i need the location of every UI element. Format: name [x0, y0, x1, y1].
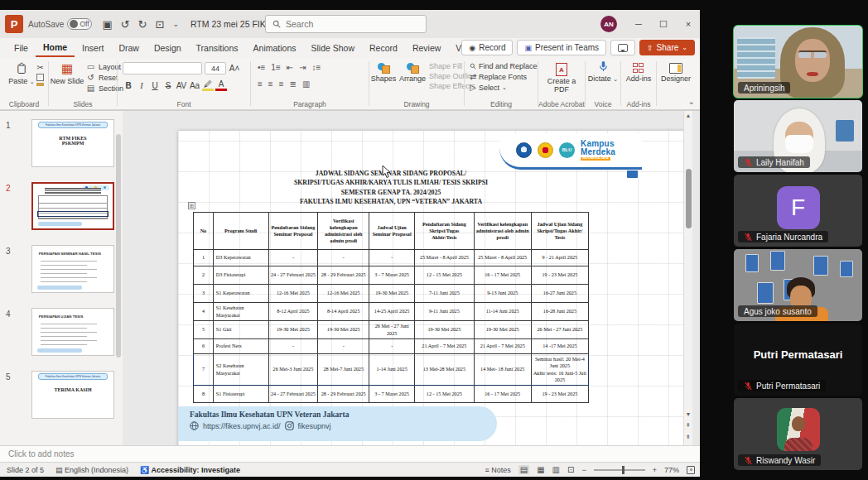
scrollbar-thumb[interactable]: [686, 169, 692, 228]
participant-tile-laily-hanifah[interactable]: Laily Hanifah: [734, 100, 862, 172]
undo-button[interactable]: ↺: [121, 18, 130, 31]
bullets-button[interactable]: •≡: [258, 63, 265, 72]
table-cell[interactable]: D3 Fisioterapi: [213, 266, 268, 285]
table-cell[interactable]: 16 - 17 Mei 2025: [474, 386, 531, 403]
notes-toggle[interactable]: ≡ Notes: [485, 466, 510, 474]
table-cell[interactable]: 13 Mei-28 Mei 2025: [415, 354, 475, 386]
slide-sorter-view-button[interactable]: ▦: [537, 465, 544, 474]
dictate-button[interactable]: Dictate ⌄: [586, 60, 620, 83]
table-cell[interactable]: 16-27 Juni 2025: [531, 285, 588, 303]
table-cell[interactable]: 9-11 Juni 2025: [415, 303, 475, 321]
table-cell[interactable]: D3 Keperawatan: [213, 250, 268, 266]
slide-number-indicator[interactable]: Slide 2 of 5: [7, 466, 44, 474]
table-cell[interactable]: 26 Mei - 27 Juni 2025: [531, 321, 588, 339]
table-cell[interactable]: 26 Mei-3 Juni 2025: [268, 354, 318, 386]
create-pdf-button[interactable]: ACreate a PDF: [543, 60, 580, 94]
change-case-button[interactable]: Aa: [189, 81, 200, 90]
table-cell[interactable]: Seminar hasil: 20 Mei-4 Juni 2025 Akhir …: [531, 354, 588, 386]
thumbnail-scrollbar[interactable]: [116, 134, 121, 358]
table-cell[interactable]: 19-30 Mei 2025: [318, 321, 369, 339]
character-spacing-button[interactable]: AV: [176, 81, 187, 90]
account-avatar[interactable]: AN: [600, 16, 617, 32]
table-cell[interactable]: 19-30 Mei 2025: [268, 321, 318, 339]
font-name-input[interactable]: [123, 62, 202, 74]
scroll-down-arrow[interactable]: ▼: [684, 411, 692, 417]
schedule-table-wrap[interactable]: NoProgram StudiPendaftaran Sidang Semina…: [193, 212, 589, 403]
participant-tile-putri-permatasari[interactable]: Putri PermatasariPutri Permatasari: [734, 324, 862, 396]
zoom-slider-knob[interactable]: [622, 466, 625, 474]
qat-more-button[interactable]: ⌄: [172, 20, 179, 28]
search-input[interactable]: Search: [265, 15, 427, 33]
format-painter-icon[interactable]: [36, 83, 44, 86]
align-center-button[interactable]: ≡: [268, 79, 273, 89]
zoom-level[interactable]: 77%: [664, 466, 679, 474]
strikethrough-button[interactable]: S: [162, 81, 174, 90]
table-cell[interactable]: 4: [194, 303, 214, 321]
table-cell[interactable]: 21 April - 7 Mei 2025: [415, 339, 475, 354]
participant-tile-fajaria-nurcandra[interactable]: FFajaria Nurcandra: [734, 175, 862, 247]
table-cell[interactable]: 9-13 Juni 2025: [474, 285, 531, 303]
menu-tab-design[interactable]: Design: [147, 40, 189, 56]
table-cell[interactable]: 2: [194, 266, 214, 285]
language-indicator[interactable]: ▤ English (Indonesia): [55, 466, 128, 474]
accessibility-checker[interactable]: ♿ Accessibility: Investigate: [140, 466, 240, 474]
replace-fonts-button[interactable]: ⇄Replace Fonts: [470, 72, 538, 81]
justify-button[interactable]: ≣: [290, 79, 297, 89]
comments-button[interactable]: [610, 40, 635, 55]
slide-thumbnail-3[interactable]: PERSIAPAN SEMINAR HASIL TESIS: [31, 245, 114, 293]
table-cell[interactable]: 24 - 27 Februari 2025: [268, 386, 318, 403]
previous-slide-button[interactable]: ⇞: [684, 422, 692, 429]
slide-thumbnail-5[interactable]: Fakultas Ilmu Kesehatan UPN Veteran Jaka…: [31, 371, 114, 419]
table-cell[interactable]: 8-14 April 2025: [318, 303, 369, 321]
table-cell[interactable]: 14 -17 Mei 2025: [531, 339, 588, 354]
cut-icon[interactable]: ✂: [35, 63, 46, 72]
align-left-button[interactable]: ≡: [258, 79, 263, 89]
underline-button[interactable]: U: [149, 81, 161, 90]
reading-view-button[interactable]: ▥: [552, 465, 560, 474]
footer-instagram[interactable]: fikesupnvj: [298, 422, 331, 430]
slide-thumbnail-2[interactable]: [31, 182, 114, 230]
table-cell[interactable]: 16 - 17 Mei 2025: [474, 266, 531, 285]
table-move-handle[interactable]: ⊞: [188, 202, 195, 209]
table-cell[interactable]: 19 - 23 Mei 2025: [531, 266, 588, 285]
copy-icon[interactable]: [36, 74, 44, 81]
table-cell[interactable]: 1-14 Juni 2025: [369, 354, 415, 386]
table-cell[interactable]: 9 - 21 April 2025: [531, 250, 588, 266]
start-slideshow-button[interactable]: ⊡: [155, 18, 164, 31]
numbering-button[interactable]: 1≡: [271, 63, 280, 72]
add-ins-button[interactable]: Add-ins: [621, 60, 656, 83]
bold-button[interactable]: B: [123, 81, 134, 90]
table-cell[interactable]: 8: [194, 386, 214, 403]
line-spacing-button[interactable]: ↕≡: [312, 63, 321, 72]
table-cell[interactable]: 7: [194, 354, 214, 386]
table-cell[interactable]: 12-16 Mei 2025: [318, 285, 369, 303]
autosave-toggle[interactable]: AutoSave Off: [28, 18, 92, 30]
align-right-button[interactable]: ≡: [279, 79, 284, 89]
table-cell[interactable]: -: [318, 250, 369, 266]
participant-tile-agus-joko-susanto[interactable]: Agus joko susanto: [734, 249, 862, 321]
grow-font-button[interactable]: A˄: [229, 64, 240, 73]
designer-button[interactable]: Designer: [657, 60, 695, 83]
footer-url[interactable]: https://fikes.upnvj.ac.id/: [203, 422, 281, 430]
notes-pane[interactable]: Click to add notes: [0, 445, 700, 462]
table-cell[interactable]: 19-30 Mei 2025: [369, 285, 415, 303]
table-cell[interactable]: 25 Maret - 8 April 2025: [415, 250, 475, 266]
menu-tab-insert[interactable]: Insert: [75, 40, 111, 56]
menu-tab-slide-show[interactable]: Slide Show: [304, 40, 363, 56]
save-button[interactable]: ▣: [102, 18, 112, 31]
table-cell[interactable]: 8-12 April 2025: [268, 303, 318, 321]
table-cell[interactable]: 19-30 Mei 2025: [415, 321, 475, 339]
table-cell[interactable]: 7-11 Juni 2025: [415, 285, 475, 303]
table-cell[interactable]: 21 April - 7 Mei 2025: [474, 339, 531, 354]
select-button[interactable]: ▷Select ⌄: [470, 83, 538, 92]
table-cell[interactable]: S1 Gizi: [213, 321, 268, 339]
menu-tab-home[interactable]: Home: [36, 39, 75, 57]
table-cell[interactable]: 26 Mei - 27 Juni 2025: [369, 321, 415, 339]
table-cell[interactable]: 12 - 15 Mei 2025: [415, 266, 475, 285]
arrange-button[interactable]: Arrange: [398, 60, 427, 83]
table-cell[interactable]: 25 Maret - 8 April 2025: [474, 250, 531, 266]
slide-thumbnail-4[interactable]: PERSIAPAN UJIAN TESIS: [31, 308, 114, 356]
slide-thumbnail-1[interactable]: Fakultas Ilmu Kesehatan UPN Veteran Jaka…: [31, 119, 114, 167]
find-replace-button[interactable]: Find and Replace: [470, 62, 538, 70]
share-button[interactable]: ⇧ Share ⌄: [639, 40, 695, 55]
